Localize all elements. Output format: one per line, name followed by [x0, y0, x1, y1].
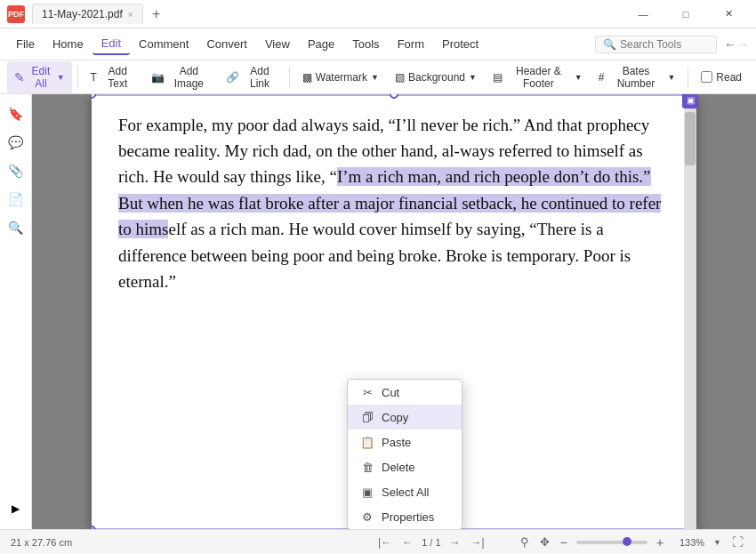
- menu-file[interactable]: File: [7, 34, 44, 54]
- sidebar-attachment-icon[interactable]: 📎: [4, 158, 28, 183]
- text-selected-2: ut when he was flat broke after a major …: [130, 194, 417, 213]
- menu-bar: File Home Edit Comment Convert View Page…: [0, 28, 756, 60]
- page-text-content: For example, my poor dad always said, “I…: [92, 94, 696, 313]
- fit-page-button[interactable]: ⚲: [519, 535, 531, 549]
- toolbar: ✎ Edit All ▼ T Add Text 📷 Add Image 🔗 Ad…: [0, 60, 756, 94]
- image-icon: 📷: [151, 71, 165, 84]
- menu-view[interactable]: View: [256, 34, 299, 54]
- menu-convert[interactable]: Convert: [197, 34, 256, 54]
- page-scrollbar[interactable]: [684, 94, 696, 529]
- status-bar: 21 x 27.76 cm |← ← 1 / 1 → →| ⚲ ✥ − + 13…: [0, 529, 756, 554]
- close-window-button[interactable]: ✕: [708, 0, 749, 28]
- zoom-in-button[interactable]: +: [655, 535, 665, 550]
- search-tools-input[interactable]: [620, 38, 709, 51]
- edit-icon: ✎: [14, 70, 25, 84]
- properties-icon: ⚙: [360, 510, 374, 524]
- status-right: |← ← 1 / 1 → →| ⚲ ✥ − + 133% ▼ ⛶: [376, 535, 745, 550]
- add-text-button[interactable]: T Add Text: [84, 61, 142, 93]
- last-page-button[interactable]: →|: [470, 536, 487, 549]
- minimize-button[interactable]: ―: [623, 0, 664, 28]
- background-button[interactable]: ▧ Background ▼: [388, 68, 484, 87]
- menu-page[interactable]: Page: [299, 34, 343, 54]
- dropdown-icon-3: ▼: [469, 73, 477, 82]
- context-menu-cut[interactable]: ✂ Cut: [348, 380, 462, 405]
- app-logo: PDF: [7, 5, 25, 23]
- select-all-icon: ▣: [360, 485, 374, 499]
- fullscreen-button[interactable]: ⛶: [730, 535, 745, 549]
- text-icon: T: [91, 71, 97, 84]
- hf-icon: ▤: [493, 71, 503, 84]
- prev-page-button[interactable]: ←: [400, 536, 414, 549]
- menu-edit[interactable]: Edit: [92, 33, 130, 55]
- watermark-icon: ▩: [302, 71, 312, 84]
- cut-icon: ✂: [360, 385, 374, 399]
- text-normal-after-1: elf as a rich man. He would cover himsel…: [118, 220, 631, 291]
- sidebar-comment-icon[interactable]: 💬: [4, 130, 28, 155]
- dropdown-icon-4: ▼: [575, 73, 583, 82]
- active-tab[interactable]: 11-May-2021.pdf ×: [32, 4, 143, 24]
- paste-icon: 📋: [360, 435, 374, 449]
- toolbar-separator-2: [289, 67, 290, 88]
- first-page-button[interactable]: |←: [376, 536, 393, 549]
- title-bar: PDF 11-May-2021.pdf × + ― □ ✕: [0, 0, 756, 28]
- window-controls: ― □ ✕: [623, 0, 749, 28]
- link-icon: 🔗: [226, 71, 239, 84]
- bates-icon: #: [599, 71, 605, 84]
- menu-form[interactable]: Form: [389, 34, 433, 54]
- read-checkbox[interactable]: [701, 71, 712, 83]
- zoom-slider[interactable]: [576, 541, 647, 544]
- menu-comment[interactable]: Comment: [130, 34, 197, 54]
- restore-button[interactable]: □: [665, 0, 706, 28]
- search-icon: 🔍: [603, 38, 616, 51]
- add-link-button[interactable]: 🔗 Add Link: [219, 61, 284, 93]
- scroll-thumb[interactable]: [685, 112, 696, 165]
- zoom-dropdown-button[interactable]: ▼: [712, 538, 723, 547]
- header-footer-button[interactable]: ▤ Header & Footer ▼: [486, 61, 590, 93]
- zoom-out-button[interactable]: −: [559, 535, 569, 550]
- dropdown-icon-2: ▼: [371, 73, 379, 82]
- toolbar-separator: [77, 67, 78, 88]
- bg-icon: ▧: [395, 71, 405, 84]
- watermark-button[interactable]: ▩ Watermark ▼: [295, 68, 386, 87]
- sidebar-bookmark-icon[interactable]: 🔖: [4, 101, 28, 126]
- context-menu-properties[interactable]: ⚙ Properties: [348, 504, 462, 529]
- nav-forward-button[interactable]: →: [736, 37, 749, 52]
- delete-icon: 🗑: [360, 460, 374, 474]
- context-menu-delete[interactable]: 🗑 Delete: [348, 454, 462, 479]
- edit-all-button[interactable]: ✎ Edit All ▼: [7, 61, 72, 93]
- sidebar-page-thumbnail-icon[interactable]: 📄: [4, 187, 28, 212]
- search-tools-box: 🔍: [595, 36, 717, 53]
- toolbar-separator-3: [688, 67, 688, 88]
- dropdown-icon-5: ▼: [668, 73, 676, 82]
- dropdown-icon: ▼: [57, 73, 65, 82]
- context-menu-select-all[interactable]: ▣ Select All: [348, 479, 462, 504]
- next-page-button[interactable]: →: [448, 536, 462, 549]
- content-area: For example, my poor dad always said, “I…: [32, 94, 756, 529]
- nav-back-button[interactable]: ←: [724, 37, 736, 52]
- page-indicator-icon: ▣: [682, 94, 698, 108]
- zoom-thumb[interactable]: [623, 537, 631, 546]
- context-menu-copy[interactable]: 🗍 Copy: [348, 405, 462, 430]
- context-menu: ✂ Cut 🗍 Copy 📋 Paste 🗑 Delete ▣ Select A…: [347, 379, 462, 529]
- tab-bar: 11-May-2021.pdf × +: [32, 4, 623, 24]
- zoom-level: 133%: [672, 537, 704, 548]
- close-tab-button[interactable]: ×: [128, 10, 133, 20]
- menu-protect[interactable]: Protect: [433, 34, 487, 54]
- read-button[interactable]: Read: [694, 68, 749, 87]
- sidebar-expand-icon[interactable]: ▶: [12, 502, 20, 522]
- copy-icon: 🗍: [360, 410, 374, 424]
- left-sidebar: 🔖 💬 📎 📄 🔍 ▶: [0, 94, 32, 529]
- new-tab-button[interactable]: +: [147, 4, 166, 24]
- sidebar-search-icon[interactable]: 🔍: [4, 215, 28, 240]
- tab-title: 11-May-2021.pdf: [42, 8, 123, 20]
- add-image-button[interactable]: 📷 Add Image: [144, 61, 218, 93]
- page-dimensions: 21 x 27.76 cm: [11, 537, 72, 548]
- page-indicator: 1 / 1: [422, 537, 440, 548]
- menu-home[interactable]: Home: [44, 34, 92, 54]
- bates-number-button[interactable]: # Bates Number ▼: [591, 61, 683, 93]
- fit-width-button[interactable]: ✥: [538, 535, 551, 549]
- menu-tools[interactable]: Tools: [343, 34, 388, 54]
- context-menu-paste[interactable]: 📋 Paste: [348, 430, 462, 454]
